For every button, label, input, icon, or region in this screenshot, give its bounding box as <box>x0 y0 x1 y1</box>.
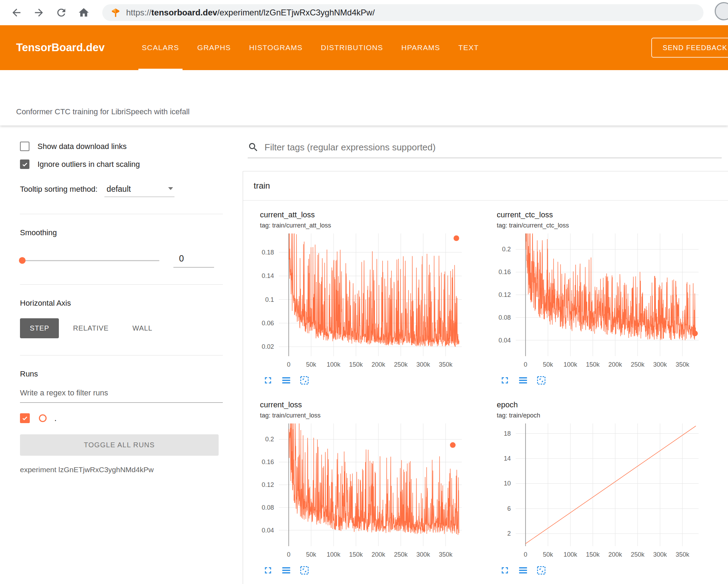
tab-histograms[interactable]: HISTOGRAMS <box>240 25 312 70</box>
lines-icon[interactable] <box>518 375 528 386</box>
final-value-dot <box>692 331 698 336</box>
tooltip-sorting-value: default <box>107 184 131 194</box>
svg-text:300k: 300k <box>653 361 667 368</box>
forward-icon[interactable] <box>33 7 45 19</box>
svg-text:50k: 50k <box>543 551 554 558</box>
series-line <box>526 231 696 340</box>
fit-domain-icon[interactable] <box>536 565 547 576</box>
show-download-row: Show data download links <box>20 142 223 151</box>
chart-tag: tag: train/current_loss <box>260 412 483 419</box>
chart-plot-current_ctc_loss[interactable]: 0.040.080.120.160.2050k100k150k200k250k3… <box>483 231 708 370</box>
svg-text:0.08: 0.08 <box>262 504 274 511</box>
lines-icon[interactable] <box>281 565 291 576</box>
expand-icon[interactable] <box>263 375 273 386</box>
svg-text:350k: 350k <box>439 551 453 558</box>
filter-tags-row <box>248 142 722 158</box>
svg-text:200k: 200k <box>371 551 385 558</box>
divider <box>20 284 223 285</box>
fit-domain-icon[interactable] <box>536 375 547 386</box>
brand-logo[interactable]: TensorBoard.dev <box>16 41 105 54</box>
runs-filter-input[interactable] <box>20 388 223 403</box>
browser-chrome: https://tensorboard.dev/experiment/lzGnE… <box>0 0 728 25</box>
show-download-checkbox[interactable] <box>20 142 29 151</box>
ignore-outliers-checkbox[interactable] <box>20 159 29 169</box>
back-icon[interactable] <box>11 7 22 19</box>
tooltip-sorting-select[interactable]: default <box>104 184 174 197</box>
expand-icon[interactable] <box>263 565 273 576</box>
smoothing-slider[interactable] <box>20 260 159 261</box>
divider <box>20 214 223 214</box>
avatar[interactable] <box>715 2 728 20</box>
expand-icon[interactable] <box>500 375 510 386</box>
card-title[interactable]: train <box>243 171 728 201</box>
fit-domain-icon[interactable] <box>299 375 310 386</box>
charts-grid: current_att_losstag: train/current_att_l… <box>243 201 728 582</box>
svg-text:18: 18 <box>504 430 511 437</box>
expand-icon[interactable] <box>500 565 510 576</box>
tab-distributions[interactable]: DISTRIBUTIONS <box>312 25 392 70</box>
svg-text:100k: 100k <box>564 551 578 558</box>
svg-text:200k: 200k <box>608 361 622 368</box>
series-line <box>289 231 459 347</box>
filter-tags-input[interactable] <box>265 142 722 153</box>
chart-plot-epoch[interactable]: 26101418050k100k150k200k250k300k350k <box>483 421 708 560</box>
tooltip-sorting-row: Tooltip sorting method: default <box>20 184 223 197</box>
chart-toolbar <box>263 375 483 386</box>
svg-text:0: 0 <box>287 361 290 368</box>
send-feedback-button[interactable]: SEND FEEDBACK <box>651 38 728 58</box>
url-path: /experiment/lzGnETjwRxC3yghNMd4kPw/ <box>217 8 375 17</box>
svg-text:150k: 150k <box>349 361 363 368</box>
chart-plot-current_att_loss[interactable]: 0.020.060.10.140.18050k100k150k200k250k3… <box>247 231 471 370</box>
tab-hparams[interactable]: HPARAMS <box>392 25 449 70</box>
axis-wall-button[interactable]: WALL <box>123 318 162 338</box>
header-tabs: SCALARSGRAPHSHISTOGRAMSDISTRIBUTIONSHPAR… <box>133 25 488 70</box>
svg-text:0: 0 <box>524 361 527 368</box>
chart-toolbar <box>500 565 720 576</box>
run-name: . <box>54 413 57 423</box>
toggle-all-runs-button[interactable]: TOGGLE ALL RUNS <box>20 434 219 456</box>
svg-text:300k: 300k <box>416 551 430 558</box>
tab-scalars[interactable]: SCALARS <box>133 25 188 70</box>
svg-text:200k: 200k <box>608 551 622 558</box>
axis-relative-button[interactable]: RELATIVE <box>63 318 118 338</box>
svg-text:200k: 200k <box>371 361 385 368</box>
reload-icon[interactable] <box>55 7 67 19</box>
svg-text:50k: 50k <box>306 361 317 368</box>
svg-text:350k: 350k <box>675 551 689 558</box>
lines-icon[interactable] <box>518 565 528 576</box>
chart-plot-current_loss[interactable]: 0.040.080.120.160.2050k100k150k200k250k3… <box>247 421 471 560</box>
run-checkbox[interactable] <box>20 413 30 423</box>
fit-domain-icon[interactable] <box>299 565 310 576</box>
svg-text:0.08: 0.08 <box>499 314 511 321</box>
svg-text:0.06: 0.06 <box>262 320 274 327</box>
chart-card-current_loss: current_losstag: train/current_loss0.040… <box>247 392 483 576</box>
tab-graphs[interactable]: GRAPHS <box>188 25 240 70</box>
runs-label: Runs <box>20 369 223 379</box>
svg-text:2: 2 <box>507 530 511 537</box>
final-value-dot <box>450 442 455 448</box>
chart-card-current_att_loss: current_att_losstag: train/current_att_l… <box>247 202 483 386</box>
axis-step-button[interactable]: STEP <box>20 318 59 338</box>
svg-text:0.04: 0.04 <box>262 527 274 534</box>
chart-toolbar <box>263 565 483 576</box>
svg-text:150k: 150k <box>586 551 600 558</box>
run-color-icon[interactable] <box>39 414 47 422</box>
svg-text:0.16: 0.16 <box>499 269 511 276</box>
svg-text:0.04: 0.04 <box>499 337 511 344</box>
tab-text[interactable]: TEXT <box>449 25 488 70</box>
chart-title: epoch <box>497 400 720 409</box>
svg-text:0.12: 0.12 <box>499 291 511 298</box>
svg-text:350k: 350k <box>675 361 689 368</box>
svg-text:0: 0 <box>524 551 527 558</box>
address-bar[interactable]: https://tensorboard.dev/experiment/lzGnE… <box>102 4 703 21</box>
horizontal-axis-buttons: STEPRELATIVEWALL <box>20 318 223 338</box>
dropdown-caret-icon <box>168 187 173 190</box>
url-text: https://tensorboard.dev/experiment/lzGnE… <box>126 8 375 18</box>
smoothing-slider-thumb[interactable] <box>19 257 26 264</box>
lines-icon[interactable] <box>281 375 291 386</box>
home-icon[interactable] <box>78 7 90 19</box>
final-value-dot <box>454 236 459 241</box>
svg-text:0.1: 0.1 <box>265 296 274 303</box>
smoothing-value-field[interactable]: 0 <box>173 253 214 267</box>
divider <box>20 355 223 355</box>
